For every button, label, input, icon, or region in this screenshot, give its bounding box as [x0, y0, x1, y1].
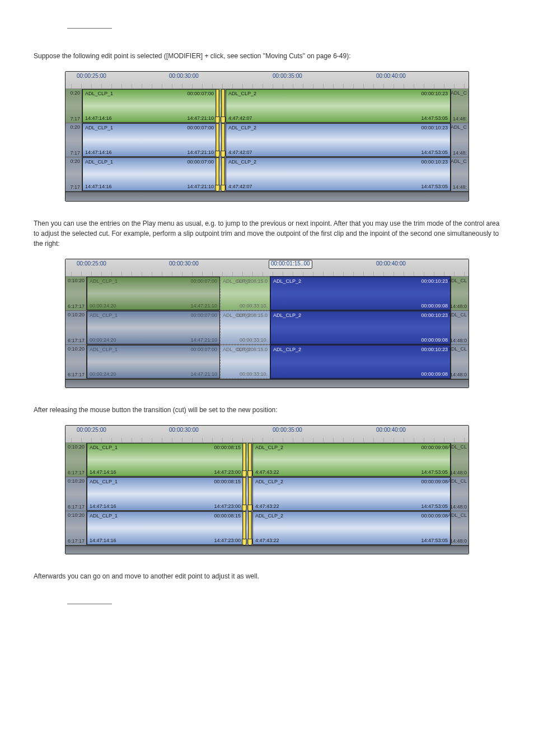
timeline-during[interactable]: 00:00:25:00 00:00:30:00 00:00:01:15..00 … — [65, 259, 469, 388]
track-rows-after: 0:10:206:17:17 ADL_CLP_100:00:08:1514:47… — [65, 443, 469, 545]
ruler-after[interactable]: 00:00:25:00 00:00:30:00 00:00:35:00 00:0… — [65, 426, 469, 443]
clip-ghost: ADL_CLP_200:00:08:15.000:00:33:10. — [220, 277, 270, 310]
track-video-before[interactable]: 0:207:17 ADL_CLP_100:00:07:00 14:47:14:1… — [65, 89, 469, 123]
offset-input[interactable]: 00:00:01:15..00 — [269, 260, 312, 269]
trim-handle-right-icon[interactable] — [221, 89, 225, 123]
paragraph-3: After releasing the mouse button the tra… — [34, 405, 500, 415]
track-rows-before: 0:207:17 ADL_CLP_100:00:07:00 14:47:14:1… — [65, 89, 469, 192]
clip-1[interactable]: ADL_CLP_100:00:07:00 14:47:14:1614:47:21… — [82, 89, 217, 123]
header-rule — [67, 28, 112, 29]
track-rows-during: 0:10:206:17:17 ADL_CLP_100:00:07:0000:00… — [65, 277, 469, 379]
track-audio2-before[interactable]: 0:207:17 ADL_CLP_100:00:07:0014:47:14:16… — [65, 157, 469, 192]
paragraph-4: Afterwards you can go on and move to ano… — [34, 571, 500, 581]
paragraph-1: Suppose the following edit point is sele… — [34, 51, 500, 61]
ruler-before[interactable]: 00:00:25:00 00:00:30:00 00:00:35:00 00:0… — [65, 72, 469, 89]
track-audio1-before[interactable]: 0:207:17 ADL_CLP_100:00:07:0014:47:14:16… — [65, 123, 469, 157]
timeline-after[interactable]: 00:00:25:00 00:00:30:00 00:00:35:00 00:0… — [65, 425, 469, 554]
timeline-before[interactable]: 00:00:25:00 00:00:30:00 00:00:35:00 00:0… — [65, 71, 469, 202]
footer-rule — [67, 604, 112, 604]
clip-selected[interactable]: ADL_CLP_200:00:10:2300:00:09:08 — [270, 277, 451, 310]
trim-handle-right-icon[interactable] — [248, 443, 252, 477]
paragraph-2: Then you can use the entries on the Play… — [34, 218, 500, 249]
trim-handle-left-icon[interactable] — [242, 443, 246, 477]
trim-handle-left-icon[interactable] — [216, 89, 219, 123]
clip-2[interactable]: ADL_CLP_200:00:10:23 4:47:42:0714:47:53:… — [226, 89, 451, 123]
ruler-during[interactable]: 00:00:25:00 00:00:30:00 00:00:01:15..00 … — [65, 259, 469, 277]
